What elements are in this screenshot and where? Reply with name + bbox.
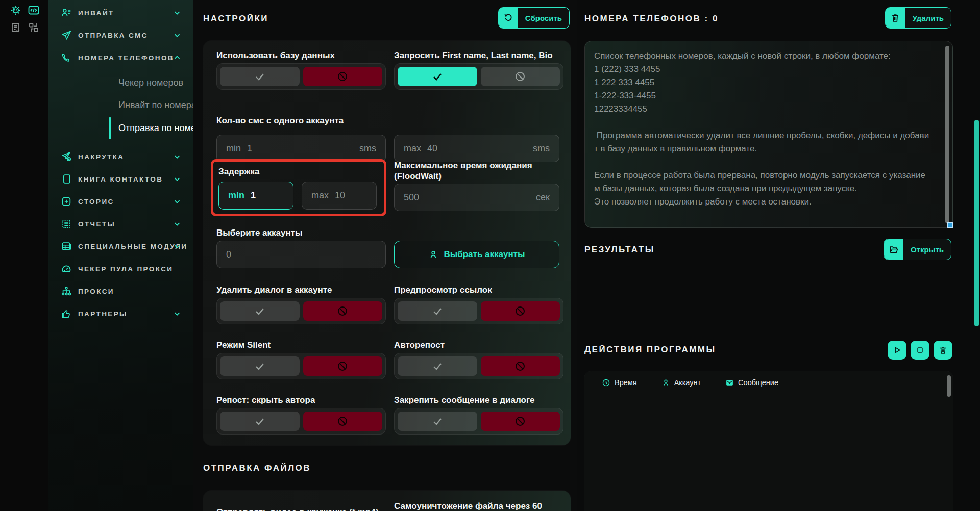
max-value: 10 <box>335 190 345 201</box>
sidebar-item-label: СПЕЦИАЛЬНЫЕ МОДУЛИ <box>78 243 187 250</box>
floodwait-input[interactable]: 500 сек <box>394 184 559 211</box>
accounts-count-input[interactable]: 0 <box>216 241 386 268</box>
reset-label: Сбросить <box>518 8 569 28</box>
reset-button[interactable]: Сбросить <box>498 7 570 29</box>
self-destruct-label: Самоуничтожение файла через 60 <box>394 501 562 511</box>
toggle-yes-button[interactable] <box>398 67 477 86</box>
sidebar-item-label: ОТЧЕТЫ <box>78 220 115 228</box>
open-results-button[interactable]: Открыть <box>884 239 951 260</box>
clear-log-button[interactable] <box>934 341 952 360</box>
sidebar-item-contacts-book[interactable]: КНИГА КОНТАКТОВ <box>48 171 193 187</box>
sidebar-item-send-sms[interactable]: ОТПРАВКА СМС <box>48 28 193 43</box>
code-module-icon[interactable] <box>27 3 41 17</box>
min-prefix: min <box>226 143 241 154</box>
modules-table-icon <box>61 241 72 252</box>
sms-max-input[interactable]: max 40 sms <box>394 135 559 162</box>
sidebar-item-proxy[interactable]: ПРОКСИ <box>48 284 193 299</box>
contacts-book-icon <box>61 173 72 185</box>
chevron-down-icon <box>173 197 182 206</box>
seconds-unit: сек <box>536 192 550 203</box>
chevron-down-icon <box>173 219 182 228</box>
toggle-yes-button[interactable] <box>398 301 477 321</box>
delay-min-input[interactable]: min 1 <box>218 182 293 210</box>
chevron-down-icon <box>173 242 182 251</box>
program-actions-title: ДЕЙСТВИЯ ПРОГРАММЫ <box>584 345 716 355</box>
boost-plane-icon <box>61 151 72 162</box>
phone-numbers-title: НОМЕРА ТЕЛЕФОНОВ : 0 <box>584 14 719 24</box>
subitem-label: Инвайт по номерам <box>118 100 203 111</box>
toggle-no-button[interactable] <box>481 412 560 431</box>
min-prefix: min <box>228 190 244 201</box>
sms-unit: sms <box>359 143 376 154</box>
toggle-no-button[interactable] <box>303 412 383 431</box>
sidebar-item-label: ЧЕКЕР ПУЛА ПРОКСИ <box>78 265 173 273</box>
textarea-scrollbar[interactable] <box>945 46 949 223</box>
toggle-yes-button[interactable] <box>220 412 300 431</box>
stop-button[interactable] <box>911 341 929 360</box>
delete-dialog-toggle <box>216 298 386 324</box>
toggle-no-button[interactable] <box>303 301 383 321</box>
toggle-no-button[interactable] <box>481 356 560 376</box>
file-sending-title: ОТПРАВКА ФАЙЛОВ <box>203 463 311 473</box>
window-scrollbar[interactable] <box>974 120 979 326</box>
reset-icon <box>499 8 518 28</box>
sidebar-item-label: ОТПРАВКА СМС <box>78 32 148 39</box>
reports-icon <box>61 218 72 229</box>
toggle-no-button[interactable] <box>303 356 383 376</box>
person-icon <box>428 249 438 260</box>
results-title: РЕЗУЛЬТАТЫ <box>584 245 655 255</box>
clipboard-check-icon[interactable] <box>9 20 23 35</box>
delay-max-input[interactable]: max 10 <box>302 182 377 210</box>
start-button[interactable] <box>888 341 906 360</box>
app-window: ИНВАЙТ ОТПРАВКА СМС НОМЕРА ТЕЛЕФОНОВ Чек… <box>0 0 980 511</box>
open-results-label: Открыть <box>903 239 951 260</box>
textarea-resize-grip[interactable] <box>947 222 953 228</box>
log-table-header: Время Аккаунт Сообщение <box>584 371 953 394</box>
toggle-yes-button[interactable] <box>220 67 300 86</box>
pin-message-label: Закрепить сообщение в диалоге <box>394 395 534 405</box>
max-value: 40 <box>427 143 437 154</box>
log-scrollbar[interactable] <box>947 375 951 397</box>
max-prefix: max <box>404 143 421 154</box>
sidebar-item-boost[interactable]: НАКРУТКА <box>48 149 193 164</box>
sidebar-item-partners[interactable]: ПАРТНЕРЫ <box>48 306 193 321</box>
repost-hide-author-toggle <box>216 408 386 435</box>
use-db-toggle <box>216 63 386 90</box>
sidebar-item-label: ПАРТНЕРЫ <box>78 310 128 318</box>
column-label: Время <box>615 378 637 387</box>
request-profile-label: Запросить First name, Last name, Bio <box>394 50 553 61</box>
sidebar-item-stories[interactable]: СТОРИС <box>48 194 193 209</box>
sidebar-item-reports[interactable]: ОТЧЕТЫ <box>48 216 193 232</box>
sidebar-nav: ИНВАЙТ ОТПРАВКА СМС НОМЕРА ТЕЛЕФОНОВ Чек… <box>48 0 193 511</box>
silent-mode-toggle <box>216 353 386 379</box>
video-note-label: Отправлять видео в кружочке (*.mp4) <box>216 507 390 511</box>
sidebar-item-label: НАКРУТКА <box>78 153 124 161</box>
min-value: 1 <box>251 190 256 201</box>
floodwait-label: Максимальное время ожидания (FloodWait) <box>394 160 557 182</box>
column-account: Аккаунт <box>662 378 701 387</box>
delete-numbers-button[interactable]: Удалить <box>885 7 951 29</box>
toggle-no-button[interactable] <box>303 67 383 86</box>
phone-icon <box>61 52 72 63</box>
sidebar-item-invite[interactable]: ИНВАЙТ <box>48 5 193 20</box>
toggle-yes-button[interactable] <box>398 356 477 376</box>
bot-settings-icon[interactable] <box>9 3 23 17</box>
select-accounts-button[interactable]: Выбрать аккаунты <box>394 241 559 268</box>
sidebar-item-proxy-pool-checker[interactable]: ЧЕКЕР ПУЛА ПРОКСИ <box>48 261 193 276</box>
sidebar-item-phone-numbers[interactable]: НОМЕРА ТЕЛЕФОНОВ <box>48 50 193 65</box>
swap-icon[interactable] <box>27 20 41 35</box>
toggle-yes-button[interactable] <box>220 301 300 321</box>
chevron-down-icon <box>173 8 182 17</box>
chevron-down-icon <box>173 309 182 318</box>
folder-icon <box>884 239 903 260</box>
toggle-yes-button[interactable] <box>220 356 300 376</box>
toggle-no-button[interactable] <box>481 67 560 86</box>
toggle-no-button[interactable] <box>481 301 560 321</box>
sms-min-input[interactable]: min 1 sms <box>216 135 386 162</box>
column-message: Сообщение <box>725 378 778 387</box>
phone-numbers-textarea[interactable]: Список телефонных номеров, каждый с ново… <box>584 41 953 228</box>
sidebar-item-special-modules[interactable]: СПЕЦИАЛЬНЫЕ МОДУЛИ <box>48 239 193 254</box>
toggle-yes-button[interactable] <box>398 412 477 431</box>
delay-label: Задержка <box>218 166 260 177</box>
accounts-count-value: 0 <box>226 249 231 260</box>
